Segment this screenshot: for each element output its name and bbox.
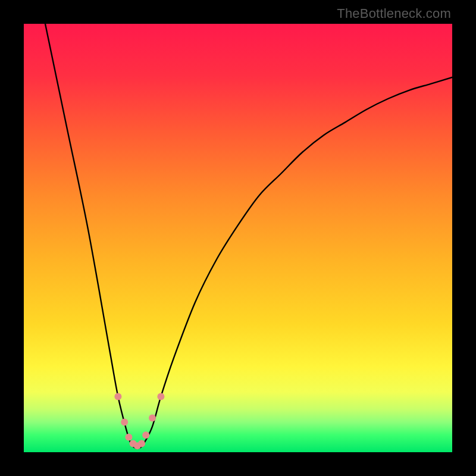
trough-marker xyxy=(149,414,156,421)
trough-marker xyxy=(142,431,149,439)
trough-markers xyxy=(114,393,164,449)
chart-frame: TheBottleneck.com xyxy=(0,0,476,476)
watermark-text: TheBottleneck.com xyxy=(337,6,451,21)
plot-area xyxy=(24,24,452,452)
trough-marker xyxy=(114,393,121,400)
trough-marker xyxy=(138,440,145,447)
curve-layer xyxy=(24,24,452,452)
trough-marker xyxy=(157,393,164,400)
trough-marker xyxy=(125,434,132,441)
bottleneck-curve xyxy=(45,24,452,449)
trough-marker xyxy=(121,419,128,426)
